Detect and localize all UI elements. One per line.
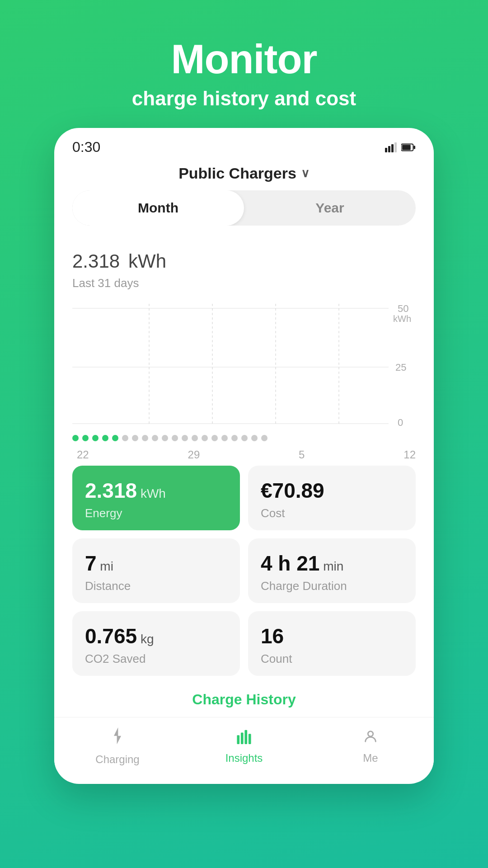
x-label-29: 29 xyxy=(188,448,200,461)
dot-8 xyxy=(152,435,158,441)
dot-9 xyxy=(162,435,168,441)
dot-3 xyxy=(102,435,108,441)
stat-card-0: 2.318 kWhEnergy xyxy=(72,466,240,530)
battery-icon xyxy=(401,142,416,152)
tab-month[interactable]: Month xyxy=(72,190,244,226)
dot-13 xyxy=(202,435,208,441)
dot-5 xyxy=(122,435,128,441)
bottom-nav: ChargingInsightsMe xyxy=(54,717,434,770)
dot-2 xyxy=(92,435,99,441)
dot-18 xyxy=(251,435,258,441)
stat-value-2: 7 mi xyxy=(85,551,227,576)
status-icons xyxy=(385,142,416,152)
svg-text:50: 50 xyxy=(398,304,408,314)
dots-row xyxy=(54,430,434,446)
svg-point-23 xyxy=(368,731,373,736)
energy-section: 2.318 kWh Last 31 days xyxy=(54,239,434,295)
nav-icon-insights xyxy=(236,729,252,748)
nav-item-charging[interactable]: Charging xyxy=(54,727,181,766)
dot-14 xyxy=(211,435,218,441)
svg-text:kWh: kWh xyxy=(393,314,411,324)
dot-1 xyxy=(82,435,89,441)
stat-label-2: Distance xyxy=(85,579,227,593)
stat-card-5: 16Count xyxy=(248,611,416,676)
svg-rect-22 xyxy=(249,734,251,744)
svg-rect-19 xyxy=(237,735,239,744)
stat-card-1: €70.89Cost xyxy=(248,466,416,530)
charge-history-btn[interactable]: Charge History xyxy=(54,676,434,717)
stat-card-4: 0.765 kgCO2 Saved xyxy=(72,611,240,676)
charger-label: Public Chargers xyxy=(178,165,296,182)
chevron-down-icon: ∨ xyxy=(301,166,310,180)
chart-svg: 50 25 0 kWh xyxy=(72,304,416,430)
stat-card-2: 7 miDistance xyxy=(72,538,240,603)
stat-value-1: €70.89 xyxy=(261,478,403,503)
stat-value-4: 0.765 kg xyxy=(85,624,227,648)
nav-icon-me xyxy=(363,729,378,748)
svg-text:0: 0 xyxy=(398,417,403,428)
stat-label-3: Charge Duration xyxy=(261,579,403,593)
stat-value-0: 2.318 kWh xyxy=(85,478,227,503)
chart-x-labels: 22 29 5 12 xyxy=(72,446,416,461)
header: Monitor charge history and cost xyxy=(114,0,374,128)
stat-label-4: CO2 Saved xyxy=(85,652,227,666)
status-time: 0:30 xyxy=(72,139,100,156)
stat-value-5: 16 xyxy=(261,624,403,648)
dot-0 xyxy=(72,435,79,441)
dot-17 xyxy=(241,435,248,441)
stat-label-1: Cost xyxy=(261,506,403,520)
header-subtitle: charge history and cost xyxy=(132,87,356,110)
dot-10 xyxy=(172,435,178,441)
dot-15 xyxy=(221,435,228,441)
phone-card: 0:30 Public Chargers ∨ Month Year xyxy=(54,128,434,784)
x-label-22: 22 xyxy=(77,448,89,461)
dot-16 xyxy=(231,435,238,441)
stat-label-5: Count xyxy=(261,652,403,666)
dot-6 xyxy=(132,435,138,441)
status-bar: 0:30 xyxy=(54,128,434,160)
chart-area: 50 25 0 kWh xyxy=(72,304,416,430)
nav-label-charging: Charging xyxy=(95,753,139,766)
tab-year[interactable]: Year xyxy=(244,190,416,226)
charger-selector[interactable]: Public Chargers ∨ xyxy=(54,160,434,190)
energy-period: Last 31 days xyxy=(72,276,416,290)
dot-7 xyxy=(142,435,148,441)
dot-19 xyxy=(261,435,267,441)
x-label-5: 5 xyxy=(299,448,305,461)
nav-icon-charging xyxy=(110,727,125,750)
nav-item-insights[interactable]: Insights xyxy=(181,729,307,764)
svg-rect-1 xyxy=(388,146,390,152)
svg-text:25: 25 xyxy=(395,362,406,373)
stat-card-3: 4 h 21 minCharge Duration xyxy=(248,538,416,603)
dot-11 xyxy=(182,435,188,441)
svg-rect-0 xyxy=(385,148,387,152)
dot-12 xyxy=(192,435,198,441)
signal-icon xyxy=(385,142,397,152)
nav-label-insights: Insights xyxy=(225,752,263,764)
svg-rect-3 xyxy=(394,142,397,152)
svg-rect-6 xyxy=(413,146,415,149)
x-label-12: 12 xyxy=(404,448,416,461)
stats-grid: 2.318 kWhEnergy€70.89Cost7 miDistance4 h… xyxy=(72,466,416,676)
energy-value: 2.318 kWh xyxy=(72,239,416,274)
tab-toggle: Month Year xyxy=(72,190,416,226)
svg-marker-18 xyxy=(114,727,121,744)
nav-item-me[interactable]: Me xyxy=(307,729,434,764)
svg-rect-2 xyxy=(391,144,394,152)
svg-rect-21 xyxy=(244,730,247,744)
stat-label-0: Energy xyxy=(85,506,227,520)
svg-rect-5 xyxy=(402,145,411,150)
nav-label-me: Me xyxy=(363,752,378,764)
header-title: Monitor xyxy=(132,36,356,83)
svg-rect-20 xyxy=(241,733,244,745)
stat-value-3: 4 h 21 min xyxy=(261,551,403,576)
dot-4 xyxy=(112,435,118,441)
